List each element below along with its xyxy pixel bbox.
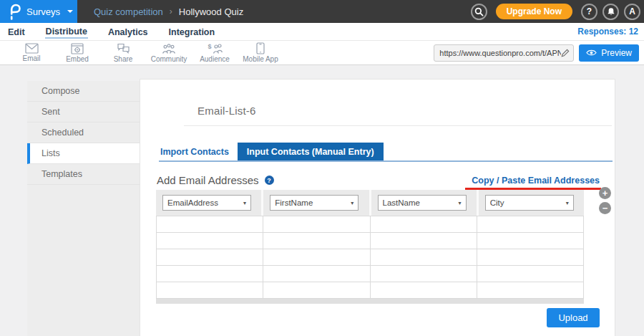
chevron-down-icon: ▾ — [351, 200, 353, 206]
responses-count[interactable]: Responses: 12 — [577, 27, 638, 37]
email-icon — [25, 43, 39, 54]
survey-url-input[interactable] — [439, 49, 561, 57]
community-icon — [162, 43, 176, 54]
channel-mobile-app[interactable]: Mobile App — [238, 42, 283, 63]
email-sidebar: Compose Sent Scheduled Lists Templates — [27, 81, 140, 336]
email-address-column-select[interactable]: EmailAddress ▾ — [162, 195, 251, 211]
upload-button[interactable]: Upload — [547, 308, 600, 327]
table-cell[interactable] — [477, 216, 583, 232]
search-button[interactable] — [471, 4, 487, 20]
sidebar-item-sent[interactable]: Sent — [27, 102, 140, 123]
sidebar-item-compose[interactable]: Compose — [27, 81, 140, 102]
channel-label: Embed — [66, 55, 89, 63]
tab-import-contacts[interactable]: Import Contacts — [159, 143, 238, 160]
search-icon — [474, 7, 484, 16]
sidebar-item-templates[interactable]: Templates — [27, 164, 140, 185]
breadcrumb: Quiz competition › Hollywood Quiz — [94, 6, 243, 17]
help-button[interactable]: ? — [581, 4, 597, 20]
table-row — [157, 282, 583, 299]
nav-analytics[interactable]: Analytics — [107, 25, 149, 38]
share-icon — [117, 43, 130, 54]
chevron-down-icon: ▾ — [566, 200, 569, 206]
table-cell[interactable] — [477, 233, 583, 249]
channel-label: Community — [151, 55, 187, 63]
nav-edit[interactable]: Edit — [7, 25, 26, 38]
surveys-menu[interactable]: Surveys — [0, 0, 77, 23]
table-cell[interactable] — [157, 233, 263, 249]
add-row-button[interactable]: + — [599, 187, 611, 199]
distribute-toolbar: Email Embed Share — [0, 41, 644, 65]
city-column-select[interactable]: City ▾ — [485, 195, 574, 211]
column-header-cell: LastName ▾ — [369, 190, 477, 216]
table-cell[interactable] — [370, 266, 477, 282]
table-cell[interactable] — [157, 216, 263, 232]
table-cell[interactable] — [263, 249, 369, 265]
question-mark-icon: ? — [587, 6, 592, 16]
notifications-button[interactable] — [602, 4, 619, 20]
top-bar: Surveys Quiz competition › Hollywood Qui… — [0, 0, 644, 23]
breadcrumb-parent[interactable]: Quiz competition — [94, 6, 163, 17]
channel-label: Share — [114, 55, 133, 63]
channel-label: Audience — [200, 55, 230, 63]
channel-community[interactable]: Community — [146, 43, 192, 63]
table-cell[interactable] — [263, 233, 369, 249]
add-emails-header-row: Add Email Addresses ? Copy / Paste Email… — [157, 174, 600, 186]
table-cell[interactable] — [477, 249, 583, 265]
questionpro-logo-icon — [9, 4, 21, 20]
add-email-addresses-label: Add Email Addresses — [157, 174, 259, 186]
channel-label: Email — [22, 54, 40, 62]
survey-url-box — [434, 44, 574, 62]
edit-url-pencil-icon[interactable] — [561, 49, 570, 57]
email-list-title: Email-List-6 — [197, 105, 615, 117]
contacts-grid: EmailAddress ▾ FirstName ▾ LastName ▾ — [156, 190, 584, 304]
help-icon[interactable]: ? — [265, 176, 274, 185]
preview-button[interactable]: Preview — [579, 44, 639, 62]
channel-email[interactable]: Email — [9, 43, 54, 62]
first-name-column-select[interactable]: FirstName ▾ — [270, 195, 358, 211]
table-cell[interactable] — [477, 266, 583, 282]
sidebar-item-lists[interactable]: Lists — [27, 143, 140, 164]
sidebar-item-scheduled[interactable]: Scheduled — [27, 123, 140, 143]
upgrade-now-button[interactable]: Upgrade Now — [496, 4, 572, 19]
table-cell[interactable] — [157, 249, 263, 265]
table-cell[interactable] — [370, 282, 477, 298]
nav-distribute[interactable]: Distribute — [45, 24, 88, 39]
channel-label: Mobile App — [243, 55, 278, 63]
table-cell[interactable] — [370, 233, 477, 249]
channel-audience[interactable]: $ Audience — [192, 43, 238, 63]
tab-input-contacts-manual-entry[interactable]: Input Contacts (Manual Entry) — [238, 143, 384, 160]
table-cell[interactable] — [263, 266, 369, 282]
table-row — [157, 266, 583, 282]
embed-icon — [71, 43, 84, 54]
table-cell[interactable] — [263, 282, 369, 298]
column-header-cell: City ▾ — [477, 190, 584, 216]
title-divider — [184, 125, 612, 126]
select-value: LastName — [383, 198, 420, 207]
account-avatar[interactable]: A — [624, 4, 640, 20]
chevron-down-icon: ▾ — [243, 200, 246, 206]
column-header-cell: FirstName ▾ — [261, 190, 369, 216]
chevron-down-icon: ▾ — [458, 200, 461, 206]
table-cell[interactable] — [370, 249, 477, 265]
lists-panel: Email-List-6 Import Contacts Input Conta… — [140, 79, 615, 336]
section-heading: Add Email Addresses ? — [157, 174, 274, 186]
eye-icon — [586, 49, 597, 57]
avatar-initial: A — [629, 6, 635, 16]
table-cell[interactable] — [263, 216, 369, 232]
table-cell[interactable] — [370, 216, 477, 232]
copy-paste-email-addresses-link[interactable]: Copy / Paste Email Addresses — [472, 176, 600, 186]
table-cell[interactable] — [477, 282, 583, 298]
table-row — [157, 249, 583, 266]
last-name-column-select[interactable]: LastName ▾ — [378, 195, 467, 211]
contacts-tabbar: Import Contacts Input Contacts (Manual E… — [159, 143, 613, 162]
channel-share[interactable]: Share — [100, 43, 146, 63]
horizontal-scrollbar[interactable] — [156, 299, 584, 304]
breadcrumb-current: Hollywood Quiz — [179, 6, 243, 17]
table-cell[interactable] — [157, 282, 263, 298]
column-header-cell: EmailAddress ▾ — [156, 190, 261, 216]
nav-integration[interactable]: Integration — [168, 25, 216, 38]
svg-text:$: $ — [208, 43, 211, 50]
channel-embed[interactable]: Embed — [54, 43, 100, 63]
table-cell[interactable] — [157, 266, 263, 282]
remove-row-button[interactable]: − — [599, 202, 611, 214]
